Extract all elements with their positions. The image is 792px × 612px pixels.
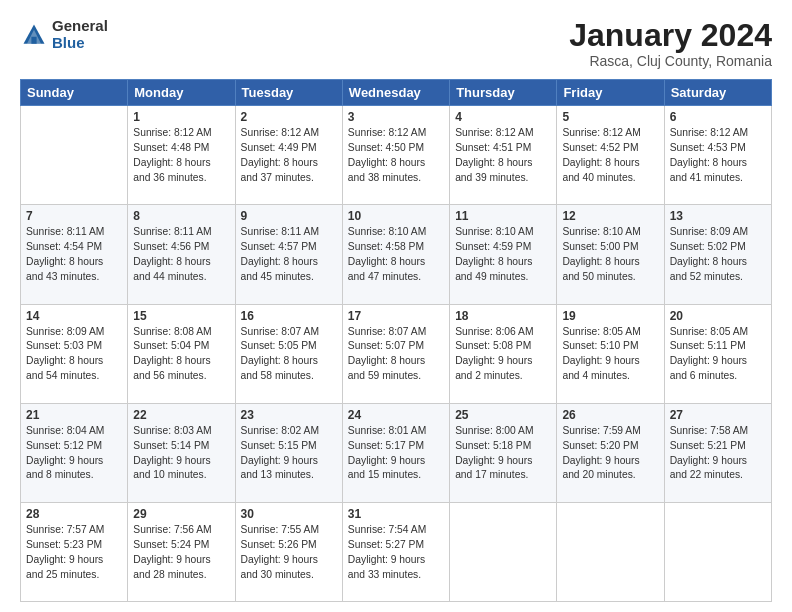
svg-rect-2	[31, 36, 36, 43]
day-number: 3	[348, 110, 444, 124]
calendar-table: Sunday Monday Tuesday Wednesday Thursday…	[20, 79, 772, 602]
calendar-cell	[21, 106, 128, 205]
calendar-cell: 24Sunrise: 8:01 AM Sunset: 5:17 PM Dayli…	[342, 403, 449, 502]
cell-info: Sunrise: 8:10 AM Sunset: 5:00 PM Dayligh…	[562, 225, 658, 285]
calendar-cell: 31Sunrise: 7:54 AM Sunset: 5:27 PM Dayli…	[342, 502, 449, 601]
cell-info: Sunrise: 8:09 AM Sunset: 5:02 PM Dayligh…	[670, 225, 766, 285]
calendar-cell: 18Sunrise: 8:06 AM Sunset: 5:08 PM Dayli…	[450, 304, 557, 403]
calendar-cell: 3Sunrise: 8:12 AM Sunset: 4:50 PM Daylig…	[342, 106, 449, 205]
cell-info: Sunrise: 8:12 AM Sunset: 4:49 PM Dayligh…	[241, 126, 337, 186]
day-number: 31	[348, 507, 444, 521]
logo-blue-text: Blue	[52, 35, 108, 52]
day-number: 30	[241, 507, 337, 521]
calendar-cell: 17Sunrise: 8:07 AM Sunset: 5:07 PM Dayli…	[342, 304, 449, 403]
calendar-cell: 4Sunrise: 8:12 AM Sunset: 4:51 PM Daylig…	[450, 106, 557, 205]
calendar-week-row-0: 1Sunrise: 8:12 AM Sunset: 4:48 PM Daylig…	[21, 106, 772, 205]
calendar-cell: 13Sunrise: 8:09 AM Sunset: 5:02 PM Dayli…	[664, 205, 771, 304]
cell-info: Sunrise: 8:11 AM Sunset: 4:57 PM Dayligh…	[241, 225, 337, 285]
day-number: 1	[133, 110, 229, 124]
logo-icon	[20, 21, 48, 49]
calendar-cell: 20Sunrise: 8:05 AM Sunset: 5:11 PM Dayli…	[664, 304, 771, 403]
calendar-cell: 1Sunrise: 8:12 AM Sunset: 4:48 PM Daylig…	[128, 106, 235, 205]
calendar-cell: 28Sunrise: 7:57 AM Sunset: 5:23 PM Dayli…	[21, 502, 128, 601]
cell-info: Sunrise: 8:07 AM Sunset: 5:07 PM Dayligh…	[348, 325, 444, 385]
day-number: 25	[455, 408, 551, 422]
title-month: January 2024	[569, 18, 772, 53]
calendar-cell: 8Sunrise: 8:11 AM Sunset: 4:56 PM Daylig…	[128, 205, 235, 304]
day-number: 16	[241, 309, 337, 323]
day-number: 21	[26, 408, 122, 422]
cell-info: Sunrise: 8:06 AM Sunset: 5:08 PM Dayligh…	[455, 325, 551, 385]
calendar-header-row: Sunday Monday Tuesday Wednesday Thursday…	[21, 80, 772, 106]
day-number: 27	[670, 408, 766, 422]
cell-info: Sunrise: 8:12 AM Sunset: 4:51 PM Dayligh…	[455, 126, 551, 186]
day-number: 10	[348, 209, 444, 223]
col-sunday: Sunday	[21, 80, 128, 106]
day-number: 14	[26, 309, 122, 323]
col-monday: Monday	[128, 80, 235, 106]
day-number: 9	[241, 209, 337, 223]
cell-info: Sunrise: 7:58 AM Sunset: 5:21 PM Dayligh…	[670, 424, 766, 484]
cell-info: Sunrise: 8:10 AM Sunset: 4:59 PM Dayligh…	[455, 225, 551, 285]
cell-info: Sunrise: 8:02 AM Sunset: 5:15 PM Dayligh…	[241, 424, 337, 484]
title-location: Rasca, Cluj County, Romania	[569, 53, 772, 69]
day-number: 19	[562, 309, 658, 323]
calendar-week-row-1: 7Sunrise: 8:11 AM Sunset: 4:54 PM Daylig…	[21, 205, 772, 304]
day-number: 24	[348, 408, 444, 422]
day-number: 6	[670, 110, 766, 124]
col-wednesday: Wednesday	[342, 80, 449, 106]
day-number: 7	[26, 209, 122, 223]
header: General Blue January 2024 Rasca, Cluj Co…	[20, 18, 772, 69]
calendar-cell	[664, 502, 771, 601]
logo: General Blue	[20, 18, 108, 51]
col-tuesday: Tuesday	[235, 80, 342, 106]
day-number: 13	[670, 209, 766, 223]
calendar-cell: 15Sunrise: 8:08 AM Sunset: 5:04 PM Dayli…	[128, 304, 235, 403]
cell-info: Sunrise: 8:04 AM Sunset: 5:12 PM Dayligh…	[26, 424, 122, 484]
calendar-cell	[557, 502, 664, 601]
day-number: 12	[562, 209, 658, 223]
logo-general-text: General	[52, 18, 108, 35]
cell-info: Sunrise: 8:07 AM Sunset: 5:05 PM Dayligh…	[241, 325, 337, 385]
cell-info: Sunrise: 7:59 AM Sunset: 5:20 PM Dayligh…	[562, 424, 658, 484]
calendar-week-row-3: 21Sunrise: 8:04 AM Sunset: 5:12 PM Dayli…	[21, 403, 772, 502]
cell-info: Sunrise: 8:05 AM Sunset: 5:11 PM Dayligh…	[670, 325, 766, 385]
cell-info: Sunrise: 8:01 AM Sunset: 5:17 PM Dayligh…	[348, 424, 444, 484]
calendar-cell	[450, 502, 557, 601]
day-number: 28	[26, 507, 122, 521]
calendar-cell: 19Sunrise: 8:05 AM Sunset: 5:10 PM Dayli…	[557, 304, 664, 403]
page: General Blue January 2024 Rasca, Cluj Co…	[0, 0, 792, 612]
cell-info: Sunrise: 8:03 AM Sunset: 5:14 PM Dayligh…	[133, 424, 229, 484]
cell-info: Sunrise: 8:11 AM Sunset: 4:56 PM Dayligh…	[133, 225, 229, 285]
day-number: 15	[133, 309, 229, 323]
calendar-cell: 7Sunrise: 8:11 AM Sunset: 4:54 PM Daylig…	[21, 205, 128, 304]
calendar-cell: 11Sunrise: 8:10 AM Sunset: 4:59 PM Dayli…	[450, 205, 557, 304]
cell-info: Sunrise: 7:54 AM Sunset: 5:27 PM Dayligh…	[348, 523, 444, 583]
col-saturday: Saturday	[664, 80, 771, 106]
cell-info: Sunrise: 8:05 AM Sunset: 5:10 PM Dayligh…	[562, 325, 658, 385]
title-block: January 2024 Rasca, Cluj County, Romania	[569, 18, 772, 69]
calendar-cell: 12Sunrise: 8:10 AM Sunset: 5:00 PM Dayli…	[557, 205, 664, 304]
calendar-cell: 25Sunrise: 8:00 AM Sunset: 5:18 PM Dayli…	[450, 403, 557, 502]
col-thursday: Thursday	[450, 80, 557, 106]
calendar-cell: 21Sunrise: 8:04 AM Sunset: 5:12 PM Dayli…	[21, 403, 128, 502]
calendar-cell: 30Sunrise: 7:55 AM Sunset: 5:26 PM Dayli…	[235, 502, 342, 601]
day-number: 2	[241, 110, 337, 124]
day-number: 23	[241, 408, 337, 422]
cell-info: Sunrise: 8:00 AM Sunset: 5:18 PM Dayligh…	[455, 424, 551, 484]
day-number: 26	[562, 408, 658, 422]
col-friday: Friday	[557, 80, 664, 106]
cell-info: Sunrise: 8:08 AM Sunset: 5:04 PM Dayligh…	[133, 325, 229, 385]
calendar-cell: 29Sunrise: 7:56 AM Sunset: 5:24 PM Dayli…	[128, 502, 235, 601]
calendar-cell: 5Sunrise: 8:12 AM Sunset: 4:52 PM Daylig…	[557, 106, 664, 205]
cell-info: Sunrise: 8:12 AM Sunset: 4:48 PM Dayligh…	[133, 126, 229, 186]
cell-info: Sunrise: 8:10 AM Sunset: 4:58 PM Dayligh…	[348, 225, 444, 285]
cell-info: Sunrise: 8:12 AM Sunset: 4:53 PM Dayligh…	[670, 126, 766, 186]
calendar-cell: 16Sunrise: 8:07 AM Sunset: 5:05 PM Dayli…	[235, 304, 342, 403]
day-number: 5	[562, 110, 658, 124]
calendar-cell: 22Sunrise: 8:03 AM Sunset: 5:14 PM Dayli…	[128, 403, 235, 502]
cell-info: Sunrise: 8:12 AM Sunset: 4:52 PM Dayligh…	[562, 126, 658, 186]
day-number: 18	[455, 309, 551, 323]
day-number: 22	[133, 408, 229, 422]
day-number: 8	[133, 209, 229, 223]
